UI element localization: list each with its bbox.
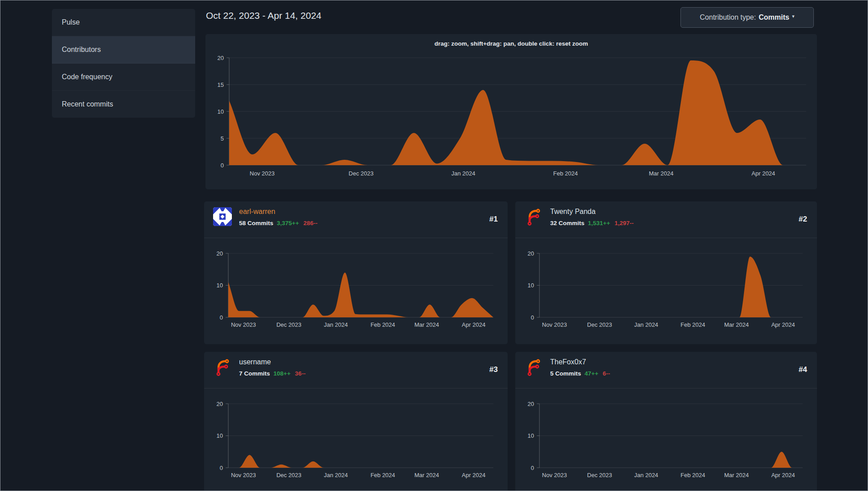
contributor-rank-badge: #1: [489, 215, 498, 224]
contributor-stats: 32 Commits 1,531++ 1,297--: [550, 220, 633, 226]
svg-text:15: 15: [218, 81, 224, 88]
contributor-stats: 58 Commits 3,375++ 286--: [239, 220, 317, 226]
svg-text:20: 20: [528, 250, 534, 257]
svg-text:0: 0: [220, 314, 223, 321]
additions-count: 1,531++: [588, 220, 610, 226]
contribution-type-label: Contribution type:: [700, 13, 756, 21]
contributor-card: username 7 Commits 108++ 36-- #3 01020No…: [204, 352, 508, 491]
svg-text:10: 10: [218, 108, 224, 115]
contributor-card: earl-warren 58 Commits 3,375++ 286-- #1 …: [204, 201, 508, 344]
sidebar-item-contributors[interactable]: Contributors: [52, 36, 195, 64]
additions-count: 3,375++: [277, 220, 299, 226]
svg-text:Mar 2024: Mar 2024: [724, 472, 749, 478]
contributor-stats: 7 Commits 108++ 36--: [239, 370, 306, 377]
svg-text:10: 10: [217, 432, 223, 439]
svg-text:20: 20: [528, 401, 534, 407]
contributor-rank-badge: #3: [489, 365, 498, 374]
forgejo-logo-icon: [524, 358, 543, 376]
svg-text:Jan 2024: Jan 2024: [324, 321, 348, 328]
svg-text:Apr 2024: Apr 2024: [462, 472, 486, 478]
svg-text:Feb 2024: Feb 2024: [680, 472, 705, 478]
contributor-stats: 5 Commits 47++ 6--: [550, 370, 610, 377]
svg-text:Jan 2024: Jan 2024: [634, 321, 658, 328]
svg-text:Feb 2024: Feb 2024: [680, 321, 705, 328]
contribution-type-value: Commits: [759, 13, 789, 21]
contribution-type-dropdown[interactable]: Contribution type: Commits ▾: [680, 7, 814, 28]
contributor-name-link[interactable]: earl-warren: [239, 208, 275, 216]
svg-text:Nov 2023: Nov 2023: [250, 170, 275, 177]
svg-text:Jan 2024: Jan 2024: [634, 472, 658, 478]
svg-text:20: 20: [217, 401, 223, 407]
svg-text:Mar 2024: Mar 2024: [415, 321, 439, 328]
forgejo-logo-icon: [524, 207, 543, 226]
chevron-down-icon: ▾: [792, 13, 795, 19]
svg-text:20: 20: [218, 55, 224, 61]
commit-count: 32 Commits: [550, 220, 585, 226]
contributor-activity-chart[interactable]: 01020Nov 2023Dec 2023Jan 2024Feb 2024Mar…: [515, 238, 817, 344]
contributor-card-header: username 7 Commits 108++ 36-- #3: [204, 352, 508, 389]
svg-text:Dec 2023: Dec 2023: [587, 472, 612, 478]
svg-text:5: 5: [221, 135, 224, 142]
svg-text:Apr 2024: Apr 2024: [462, 321, 486, 328]
repo-activity-contributors-page: Pulse Contributors Code frequency Recent…: [0, 0, 868, 491]
contributor-activity-chart[interactable]: 01020Nov 2023Dec 2023Jan 2024Feb 2024Mar…: [515, 388, 817, 491]
svg-text:Feb 2024: Feb 2024: [371, 472, 395, 478]
svg-text:0: 0: [220, 465, 223, 471]
contributor-name-link[interactable]: TheFox0x7: [550, 358, 586, 366]
contributor-card-header: earl-warren 58 Commits 3,375++ 286-- #1: [204, 201, 508, 238]
deletions-count: 286--: [304, 220, 318, 226]
svg-text:Apr 2024: Apr 2024: [752, 170, 775, 177]
svg-text:Feb 2024: Feb 2024: [553, 170, 578, 177]
deletions-count: 6--: [603, 370, 610, 377]
svg-text:Dec 2023: Dec 2023: [276, 321, 301, 328]
svg-text:Dec 2023: Dec 2023: [349, 170, 374, 177]
forgejo-logo-icon: [213, 358, 232, 376]
contributor-card-header: Twenty Panda 32 Commits 1,531++ 1,297-- …: [515, 201, 817, 238]
date-range-heading: Oct 22, 2023 - Apr 14, 2024: [206, 10, 321, 21]
sidebar-item-code-frequency[interactable]: Code frequency: [52, 64, 195, 91]
deletions-count: 36--: [295, 370, 306, 377]
contributor-rank-badge: #4: [799, 365, 807, 374]
svg-text:Nov 2023: Nov 2023: [542, 321, 567, 328]
sidebar-item-recent-commits[interactable]: Recent commits: [52, 91, 195, 118]
svg-text:Dec 2023: Dec 2023: [276, 472, 301, 478]
commit-count: 7 Commits: [239, 370, 270, 377]
contributor-name-link[interactable]: username: [239, 358, 271, 366]
svg-text:Mar 2024: Mar 2024: [724, 321, 749, 328]
svg-text:Mar 2024: Mar 2024: [649, 170, 673, 177]
contributor-card: TheFox0x7 5 Commits 47++ 6-- #4 01020Nov…: [515, 352, 817, 491]
svg-text:Apr 2024: Apr 2024: [771, 472, 795, 478]
svg-text:20: 20: [217, 250, 223, 257]
commit-count: 58 Commits: [239, 220, 274, 226]
svg-text:10: 10: [528, 432, 534, 439]
svg-text:10: 10: [528, 282, 534, 289]
contributor-name-link[interactable]: Twenty Panda: [550, 208, 595, 216]
contributor-card: Twenty Panda 32 Commits 1,531++ 1,297-- …: [515, 201, 817, 344]
svg-text:Nov 2023: Nov 2023: [542, 472, 567, 478]
avatar[interactable]: [524, 207, 543, 226]
svg-text:Mar 2024: Mar 2024: [415, 472, 439, 478]
overall-contributions-panel: drag: zoom, shift+drag: pan, double clic…: [205, 34, 817, 189]
avatar[interactable]: [213, 207, 232, 226]
avatar[interactable]: [213, 358, 232, 376]
additions-count: 47++: [585, 370, 599, 377]
svg-text:0: 0: [531, 314, 534, 321]
svg-text:Apr 2024: Apr 2024: [771, 321, 795, 328]
avatar[interactable]: [524, 358, 543, 376]
svg-text:0: 0: [221, 162, 224, 169]
svg-text:Feb 2024: Feb 2024: [371, 321, 395, 328]
deletions-count: 1,297--: [615, 220, 634, 226]
overall-contributions-chart[interactable]: 05101520Nov 2023Dec 2023Jan 2024Feb 2024…: [205, 34, 817, 189]
svg-text:Nov 2023: Nov 2023: [231, 321, 256, 328]
svg-text:Dec 2023: Dec 2023: [587, 321, 612, 328]
svg-text:Jan 2024: Jan 2024: [324, 472, 348, 478]
svg-text:Nov 2023: Nov 2023: [231, 472, 256, 478]
identicon-avatar: [213, 207, 232, 226]
svg-text:Jan 2024: Jan 2024: [451, 170, 475, 177]
contributor-activity-chart[interactable]: 01020Nov 2023Dec 2023Jan 2024Feb 2024Mar…: [204, 388, 508, 491]
sidebar-item-pulse[interactable]: Pulse: [52, 9, 195, 36]
contributor-activity-chart[interactable]: 01020Nov 2023Dec 2023Jan 2024Feb 2024Mar…: [204, 238, 508, 344]
commit-count: 5 Commits: [550, 370, 581, 377]
additions-count: 108++: [274, 370, 291, 377]
svg-text:10: 10: [217, 282, 223, 289]
